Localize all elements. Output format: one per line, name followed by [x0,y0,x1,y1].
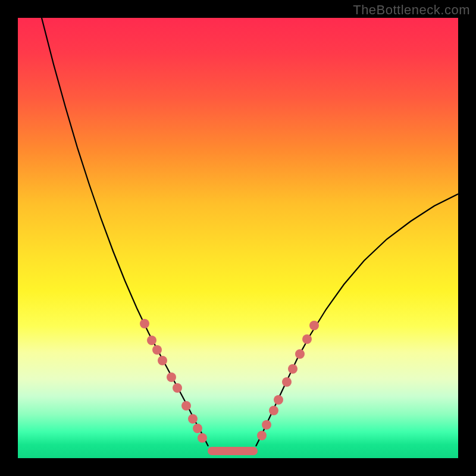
marker-dots-left [140,319,207,443]
marker-dot [274,395,283,405]
plot-area [18,18,458,458]
watermark-text: TheBottleneck.com [353,2,470,18]
marker-dot [198,433,207,443]
marker-dot [140,319,149,328]
curve-right-branch [256,194,458,446]
marker-dot [181,401,191,411]
marker-dot [302,334,312,344]
marker-dot [282,377,292,387]
marker-dot [167,372,176,382]
marker-dot [193,424,202,433]
marker-dot [188,414,198,424]
marker-dot [173,383,182,393]
marker-dot [158,356,167,365]
marker-dot [269,406,278,415]
marker-dot [295,349,305,359]
marker-dot [309,321,319,330]
marker-dot [147,336,156,345]
marker-dot [152,345,162,355]
marker-dot [257,431,267,440]
marker-dot [288,364,298,374]
marker-dots-right [257,321,319,440]
curve-left-branch [42,18,208,446]
marker-dot [262,420,271,430]
curve-svg [18,18,458,458]
chart-frame: TheBottleneck.com [0,0,476,476]
